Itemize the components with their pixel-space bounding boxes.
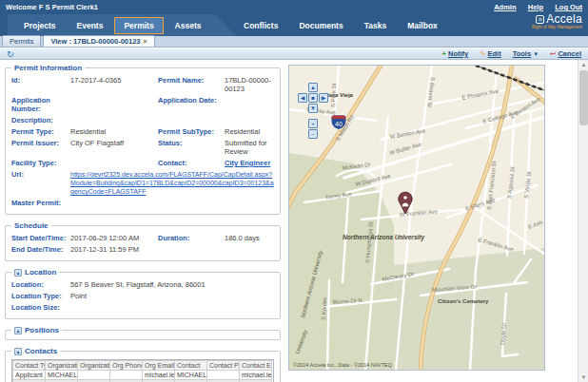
permit-issuer-label: Permit Issuer: [11,139,67,147]
table-row[interactable]: Applicant MICHAEL... michael.le... MICHA… [13,371,272,380]
accela-logo: ≡Accela Right of Way Management [514,12,586,36]
map-panel[interactable]: 40 Plaza Vieja W Clay Ave S Milton Rd S … [288,65,545,371]
nav-tab-group: Projects Events Permits Assets [8,14,237,36]
logout-link[interactable]: Log Out [555,3,582,11]
cancel-label: Cancel [558,49,581,58]
cell: MICHAEL... [46,371,78,380]
pan-right-icon[interactable]: ▶ [319,93,328,103]
positions-title: Positions [25,326,59,334]
nav-tab-events[interactable]: Events [69,18,112,33]
contacts-section: ▲ Contacts Contact Ty... Organization Or… [5,347,281,382]
column-header[interactable]: Org Email [143,361,175,371]
scrollbar-thumb[interactable] [579,70,588,125]
map-zoom-control: + − [308,119,318,139]
cell [110,371,143,380]
cemetery-label: Citizen's Cemetery [438,298,489,304]
permit-subtype-value: Residential [225,127,274,136]
nav-tab-conflicts[interactable]: Conflicts [235,18,286,33]
location-type-value: Point [70,292,274,300]
column-header[interactable]: Organizati... [78,361,110,371]
nav-tab-projects[interactable]: Projects [15,18,65,33]
permit-name-label: Permit Name: [158,76,221,85]
duration-value: 186.0 days [225,234,274,242]
scrollbar-up-icon[interactable]: ▲ [578,60,588,69]
university-label: Northern Arizona University [343,234,424,241]
collapse-icon[interactable]: ▲ [14,327,22,334]
application-number-label: Application Number: [11,96,67,113]
refresh-icon[interactable]: ↻ [7,49,14,59]
status-label: Status: [158,139,221,147]
permit-information-section: Permit Information Id: 17-2017-4-0365 Pe… [5,64,281,215]
tools-dropdown-button[interactable]: Tools ▼ [513,49,539,58]
record-toolbar: ↻ + Notify ✎ Edit Tools ▼ ↩ Cancel [0,48,588,60]
location-section: ▲ Location Location: 567 S Beaver St, Fl… [5,268,281,319]
contact-link[interactable]: City Engineer [225,159,274,167]
main-nav: Projects Events Permits Assets Conflicts… [0,14,588,36]
pan-center-icon[interactable]: ■ [308,93,318,103]
zoom-in-icon[interactable]: + [308,119,318,128]
facility-type-label: Facility Type: [11,159,67,167]
column-header[interactable]: Contact E... [240,361,272,371]
column-header[interactable]: Contact [175,361,207,371]
id-label: Id: [11,76,67,85]
application-date-label: Application Date: [158,96,221,105]
welcome-text: Welcome F S Permit Clerk1 [6,3,98,11]
column-header[interactable]: Contact Ty... [13,361,46,371]
notify-plus-icon: + [442,50,446,58]
cell: michael.le... [143,371,175,380]
column-header[interactable]: Org Phone [110,361,143,371]
schedule-section: Schedule Start Date/Time: 2017-06-29 12:… [5,221,281,261]
cell [207,371,240,380]
column-header[interactable]: Contact P... [207,361,240,371]
zoom-out-icon[interactable]: − [308,129,318,139]
pan-down-icon[interactable]: ▼ [308,104,318,113]
pan-up-icon[interactable]: ▲ [308,83,318,92]
subtab-strip: Permits View : 17BLD-00000-00123× [0,36,588,48]
nav-tab-documents[interactable]: Documents [290,18,351,33]
nav-tab-tasks[interactable]: Tasks [356,18,395,33]
help-link[interactable]: Help [528,3,543,11]
notify-button[interactable]: + Notify [442,49,469,58]
permit-detail-panel: Permit Information Id: 17-2017-4-0365 Pe… [0,60,285,382]
vertical-scrollbar[interactable]: ▲ ▼ [578,60,588,382]
column-header[interactable]: Organization [46,361,78,371]
cancel-arrow-icon: ↩ [550,50,556,58]
location-size-label: Location Size: [11,303,67,312]
edit-label: Edit [488,49,501,58]
subtab-permits[interactable]: Permits [2,35,41,47]
nav-tab-permits[interactable]: Permits [115,18,162,33]
permit-url-link[interactable]: https://devrt2325.dev.accela.com/FLAGSTA… [70,170,274,196]
status-value: Submitted for Review [225,139,274,156]
nav-tab-mailbox[interactable]: Mailbox [399,18,446,33]
notify-label: Notify [448,49,468,58]
cemetery-area [394,248,544,370]
contacts-table: Contact Ty... Organization Organizati...… [12,360,272,382]
end-datetime-label: End Date/Time: [11,245,67,254]
subtab-view-label: View : 17BLD-00000-00123 [50,37,140,46]
scrollbar-down-icon[interactable]: ▼ [578,372,588,382]
positions-section: ▲ Positions [5,326,281,340]
contacts-header-row: Contact Ty... Organization Organizati...… [13,361,272,371]
map-copyright: ©2014 Accela Inc., Data - ©2014 NAVTEQ [293,362,393,368]
pan-left-icon[interactable]: ◀ [298,93,307,103]
permit-type-value: Residential [70,127,154,136]
cell: michael.le... [240,371,272,380]
edit-button[interactable]: ✎ Edit [480,49,500,58]
end-datetime-value: 2017-12-31 11:59 PM [70,245,154,254]
admin-link[interactable]: Admin [494,3,516,11]
collapse-icon[interactable]: ▲ [14,269,22,277]
street-label: S Knoles [321,297,327,320]
contact-label: Contact: [158,159,221,167]
nav-tab-assets[interactable]: Assets [167,18,210,33]
collapse-icon[interactable]: ▲ [14,348,22,355]
permit-issuer-value: City OF Flagstaff [70,139,154,147]
description-label: Description: [11,116,67,124]
start-datetime-value: 2017-06-29 12:00 AM [70,234,154,242]
edit-pencil-icon: ✎ [480,50,485,58]
permit-information-title: Permit Information [14,64,82,72]
cancel-button[interactable]: ↩ Cancel [550,49,581,58]
close-icon[interactable]: × [144,38,147,45]
start-datetime-label: Start Date/Time: [11,234,67,242]
schedule-title: Schedule [14,221,49,230]
subtab-view-permit[interactable]: View : 17BLD-00000-00123× [43,35,154,47]
